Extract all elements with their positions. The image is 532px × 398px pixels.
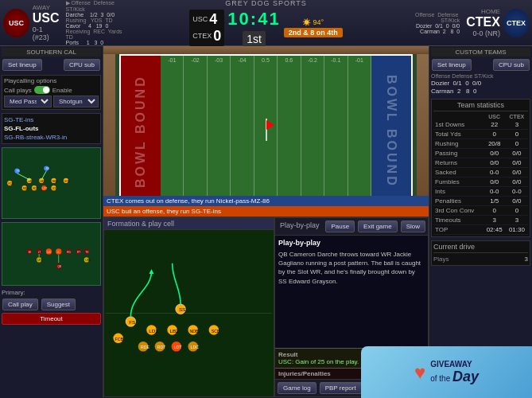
brand-label: GREY DOG SPORTS [225,0,307,7]
weather: ☀️ 94° [302,18,324,26]
call-btn-row: Call play Suggest [2,298,101,311]
custom-label: CUSTOM TEAMS [431,48,530,57]
play-logs: CTEX comes out on defense, they run Nick… [103,195,429,217]
svg-text:SS: SS [179,306,185,312]
endzone-left: BOWL BOUND [121,56,161,207]
home-label: HOME [466,8,500,15]
shotgun-dropdown[interactable]: Shotgun [53,96,99,107]
timeout-button[interactable]: Timeout [2,313,101,325]
formation-play-cell: Formation & play cell FS SS FCB [103,217,274,397]
svg-text:FCB: FCB [115,337,123,341]
suggest-button[interactable]: Suggest [41,298,76,310]
right-cpu-sub-button[interactable]: CPU sub [493,59,530,71]
main-content: SOUTHERN CAL Set lineup CPU sub Playcall… [0,46,532,398]
ts-col-usc: USC [483,113,506,120]
giveaway-line1: GIVEAWAY [430,360,479,369]
home-player-1: Dozier 0/1 0 0/0 [431,80,530,87]
away-team-info: AWAY USC 0-1 (#23) [33,4,60,41]
svg-text:TE: TE [86,251,89,254]
crowd-top [103,46,429,54]
svg-text:URC: URC [86,259,91,262]
defense-log: CTEX comes out on defense, they run Nick… [103,196,429,206]
svg-text:LT: LT [38,251,41,254]
giveaway-heart-icon: ♥ [414,361,425,384]
giveaway-day: Day [452,369,479,384]
svg-text:LDT: LDT [42,187,47,190]
formation-row: Med Pass Shotgun [4,96,99,107]
drive-plays-row: Plays 3 [433,255,528,263]
pbp-content: Play-by-play QB Cameron Darche throws to… [275,236,428,348]
pbp-footer: Game log PBP report ♥ GIVEAWAY of the Da… [275,379,428,396]
ts-col-label [433,113,483,120]
left-cpu-sub-button[interactable]: CPU sub [64,59,100,71]
svg-text:LD1: LD1 [149,328,158,334]
formation-dropdown[interactable]: Med Pass [4,96,52,107]
svg-text:SCB: SCB [212,329,220,334]
svg-text:RDT: RDT [157,345,167,349]
home-helmet-text: CTEX [507,19,526,27]
score-home-abbr: CTEX [192,32,212,40]
ts-row-1stdowns: 1st Downs 22 3 [433,120,528,130]
call-play-button[interactable]: Call play [2,298,38,310]
left-set-lineup-button[interactable]: Set lineup [2,59,42,71]
field-area: BOWL BOUND BOWL BOUND -01-01 -02-02 -03-… [103,46,429,217]
pbp-report-button[interactable]: PBP report [320,382,362,394]
pause-button[interactable]: Pause [325,220,355,232]
current-drive: Current drive Plays 3 [431,240,530,266]
play-option-1[interactable]: SG-TE-ins [4,115,99,124]
football-field: BOWL BOUND BOWL BOUND -01-01 -02-02 -03-… [119,54,413,209]
ts-row-penalties: Penalties 1/5 0/0 [433,197,528,206]
home-player-2: Carman 2 8 0 [431,88,530,95]
play-diagram-bottom: 3E LT LG C RG RT TE URC URC [2,222,101,286]
ts-col-ctex: CTEX [506,113,528,120]
ts-row-timeouts: Timeouts 3 3 [433,216,528,225]
svg-marker-47 [266,120,274,130]
home-stats-mini: Offense Defense ST/Kick Dozier 0/1 0 0/0… [402,12,460,34]
svg-text:URC: URC [37,259,43,262]
current-drive-title: Current drive [433,243,528,253]
play-option-3[interactable]: SG-RB-streak-WR3-in [4,133,99,142]
team-statistics: Team statistics USC CTEX 1st Downs 22 3 [431,99,530,237]
svg-text:FS: FS [17,170,20,173]
score-home: 0 [213,28,221,45]
away-team-name: USC [33,11,60,25]
ts-row-top: TOP 02:45 01:30 [433,225,528,235]
ts-row-3rdconv: 3rd Con Conv 0 0 [433,206,528,216]
scoreboard: GREY DOG SPORTS USC 4 CTEX 0 10:41 1st ☀… [189,0,342,47]
svg-text:RT: RT [77,251,80,254]
play-by-play-section: Play-by-play Pause Exit game Slow Play-b… [274,217,429,397]
call-plays-toggle[interactable] [34,86,50,94]
giveaway-text: GIVEAWAY of the Day [430,360,479,385]
home-team-info: HOME CTEX 0-0 (NR) [466,8,500,37]
right-set-lineup-button[interactable]: Set lineup [432,59,472,71]
score-away-abbr: USC [192,15,208,23]
exit-game-button[interactable]: Exit game [358,220,398,232]
ts-row-returns: Returns 0/0 0/0 [433,158,528,168]
play-diagram-area: FS SS FCB LD1 LB2 NDB SCB [104,230,274,396]
playcalling-section: Playcalling options Call plays Enable Me… [2,75,101,110]
play-diagram-svg: 3E LT LG C RG RT TE URC URC [2,223,100,285]
team-stats-title: Team statistics [433,101,528,111]
right-panel: CUSTOM TEAMS Set lineup CPU sub Offense … [429,46,532,398]
svg-text:SCB: SCB [64,180,69,183]
pbp-section-title: Play-by-play [277,220,323,233]
game-log-button[interactable]: Game log [278,382,316,394]
formation-cell-title: Formation & play cell [104,218,274,230]
play-option-2[interactable]: SG-FL-outs [4,124,99,133]
formation-svg: FS SS FCB LB1 LB2 NDB SCB RDE RDT [2,148,100,218]
top-header: USC AWAY USC 0-1 (#23) ▶ Offense Defense… [0,0,532,46]
svg-text:LB1: LB1 [28,180,33,183]
drive-plays-value: 3 [525,256,528,263]
slow-button[interactable]: Slow [401,220,425,232]
pbp-content-title: Play-by-play [278,239,425,247]
play-options-section: SG-TE-ins SG-FL-outs SG-RB-streak-WR3-in [2,113,101,144]
svg-text:LB2: LB2 [40,180,45,183]
home-record: 0-0 (NR) [466,29,500,37]
giveaway-of: of the Day [430,369,479,385]
svg-text:FS: FS [129,319,135,325]
away-label: AWAY [33,4,60,11]
giveaway-banner[interactable]: ♥ GIVEAWAY of the Day [361,346,532,398]
svg-line-22 [17,174,29,180]
enable-label: Enable [52,87,72,94]
right-lineup-row: Set lineup CPU sub [431,58,530,72]
